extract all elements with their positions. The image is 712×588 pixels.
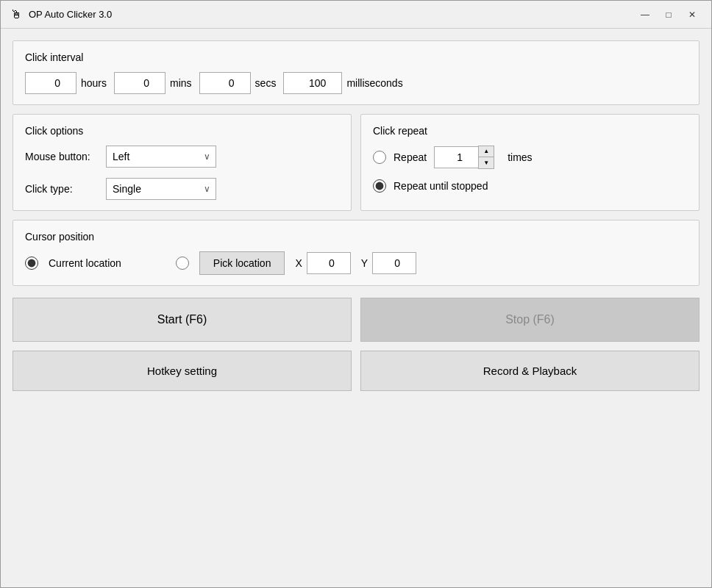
click-type-dropdown-wrapper: Single Double — [106, 178, 216, 200]
mins-group: mins — [114, 72, 192, 94]
bottom-row-buttons: Hotkey setting Record & Playback — [13, 351, 699, 391]
mins-input[interactable] — [114, 72, 165, 94]
y-label: Y — [361, 257, 368, 269]
click-type-row: Click type: Single Double — [25, 178, 339, 200]
repeat-until-stopped-label: Repeat until stopped — [394, 180, 488, 192]
mouse-button-label: Mouse button: — [25, 151, 99, 162]
repeat-row: Repeat ▲ ▼ times — [373, 146, 687, 169]
spin-down-button[interactable]: ▼ — [479, 157, 494, 168]
milliseconds-input[interactable] — [283, 72, 342, 94]
window-controls: — □ ✕ — [635, 7, 702, 23]
hours-label: hours — [81, 77, 107, 89]
start-stop-buttons: Start (F6) Stop (F6) — [13, 298, 699, 342]
mouse-button-dropdown[interactable]: Left Right Middle — [106, 146, 216, 168]
secs-input[interactable] — [199, 72, 251, 94]
x-input[interactable] — [307, 252, 351, 274]
window-title: OP Auto Clicker 3.0 — [29, 9, 635, 20]
repeat-spin-wrapper: ▲ ▼ — [434, 146, 494, 169]
spin-up-button[interactable]: ▲ — [479, 146, 494, 157]
secs-group: secs — [199, 72, 277, 94]
current-location-radio[interactable] — [25, 257, 38, 270]
x-group: X — [295, 252, 350, 274]
x-label: X — [295, 257, 302, 269]
middle-panels: Click options Mouse button: Left Right M… — [13, 114, 699, 211]
minimize-button[interactable]: — — [635, 7, 655, 23]
click-options-panel: Click options Mouse button: Left Right M… — [13, 114, 352, 211]
click-type-label: Click type: — [25, 183, 99, 195]
app-window: 🖱 OP Auto Clicker 3.0 — □ ✕ Click interv… — [0, 0, 712, 588]
current-location-label: Current location — [49, 257, 121, 269]
click-repeat-panel: Click repeat Repeat ▲ ▼ times — [360, 114, 699, 211]
stop-button[interactable]: Stop (F6) — [360, 298, 699, 342]
title-bar: 🖱 OP Auto Clicker 3.0 — □ ✕ — [1, 1, 711, 29]
ms-group: milliseconds — [283, 72, 402, 94]
cursor-position-title: Cursor position — [25, 231, 687, 243]
app-icon: 🖱 — [10, 8, 23, 21]
milliseconds-label: milliseconds — [346, 77, 402, 89]
repeat-label: Repeat — [394, 151, 427, 163]
click-repeat-title: Click repeat — [373, 125, 687, 137]
click-type-dropdown[interactable]: Single Double — [106, 178, 216, 200]
app-content: Click interval hours mins secs milliseco… — [1, 29, 711, 587]
pick-location-button[interactable]: Pick location — [199, 251, 285, 275]
click-interval-title: Click interval — [25, 51, 687, 63]
click-options-title: Click options — [25, 125, 339, 137]
y-input[interactable] — [372, 252, 416, 274]
mouse-button-row: Mouse button: Left Right Middle — [25, 146, 339, 168]
mins-label: mins — [170, 77, 192, 89]
cursor-position-panel: Cursor position Current location Pick lo… — [13, 220, 699, 286]
y-group: Y — [361, 252, 416, 274]
record-playback-button[interactable]: Record & Playback — [360, 351, 699, 391]
repeat-radio[interactable] — [373, 151, 386, 164]
repeat-radio-group: Repeat ▲ ▼ times Repeat until stopped — [373, 146, 687, 193]
pick-location-radio[interactable] — [176, 257, 189, 270]
times-label: times — [508, 151, 532, 163]
maximize-button[interactable]: □ — [658, 7, 679, 23]
repeat-count-input[interactable] — [434, 146, 478, 168]
mouse-button-dropdown-wrapper: Left Right Middle — [106, 146, 216, 168]
secs-label: secs — [255, 77, 277, 89]
click-interval-panel: Click interval hours mins secs milliseco… — [13, 40, 699, 105]
cursor-row: Current location Pick location X Y — [25, 251, 687, 275]
spin-buttons: ▲ ▼ — [478, 146, 494, 169]
close-button[interactable]: ✕ — [682, 7, 702, 23]
start-button[interactable]: Start (F6) — [13, 298, 352, 342]
click-interval-row: hours mins secs milliseconds — [25, 72, 687, 94]
hours-group: hours — [25, 72, 107, 94]
hotkey-setting-button[interactable]: Hotkey setting — [13, 351, 352, 391]
hours-input[interactable] — [25, 72, 76, 94]
repeat-until-stopped-row: Repeat until stopped — [373, 179, 687, 193]
repeat-until-stopped-radio[interactable] — [373, 179, 386, 193]
